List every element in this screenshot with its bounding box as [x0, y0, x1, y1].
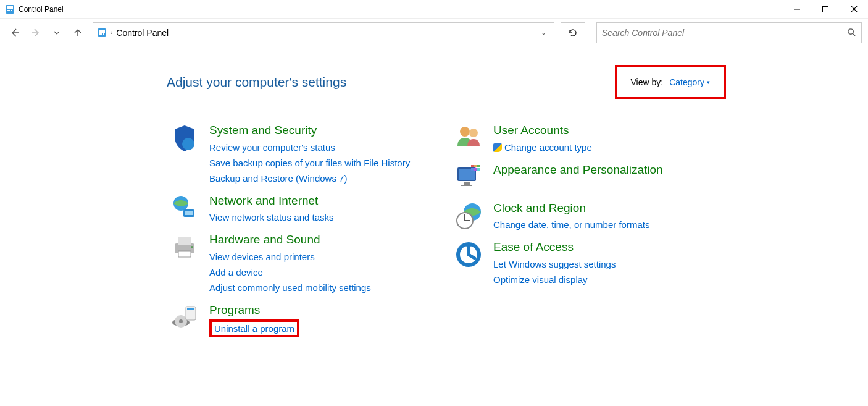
titlebar: Control Panel	[0, 0, 868, 19]
window-controls	[783, 0, 868, 19]
svg-point-28	[179, 319, 183, 323]
svg-rect-30	[187, 308, 194, 310]
search-icon[interactable]	[847, 28, 856, 37]
svg-line-17	[853, 33, 855, 36]
up-button[interactable]	[69, 24, 86, 41]
category-title[interactable]: Network and Internet	[209, 193, 334, 209]
category-link[interactable]: Change date, time, or number formats	[493, 218, 649, 231]
svg-rect-40	[471, 168, 474, 171]
refresh-button[interactable]	[561, 22, 585, 43]
content-header: Adjust your computer's settings View by:…	[0, 65, 868, 123]
shield-icon	[170, 123, 199, 153]
nav-toolbar: › Control Panel ⌄	[0, 19, 868, 46]
address-text: Control Panel	[116, 28, 169, 38]
chevron-down-icon: ▾	[707, 79, 710, 85]
svg-rect-3	[9, 10, 10, 11]
svg-point-32	[469, 129, 478, 137]
close-button[interactable]	[840, 0, 868, 19]
svg-rect-42	[477, 168, 480, 171]
right-column: User Accounts Change account type Appear…	[454, 123, 701, 346]
svg-rect-4	[11, 10, 12, 11]
category-link[interactable]: View network status and tasks	[209, 211, 334, 224]
svg-point-18	[182, 138, 194, 150]
category-title[interactable]: Programs	[209, 303, 299, 318]
search-input[interactable]	[602, 28, 847, 38]
svg-rect-12	[99, 30, 105, 33]
ease-of-access-icon	[454, 240, 483, 269]
svg-rect-37	[471, 165, 474, 167]
left-column: System and Security Review your computer…	[170, 123, 417, 346]
category-system-and-security: System and Security Review your computer…	[170, 123, 417, 185]
address-icon	[97, 28, 107, 38]
maximize-button[interactable]	[811, 0, 840, 19]
category-title[interactable]: System and Security	[209, 123, 410, 138]
svg-rect-36	[461, 185, 472, 186]
category-user-accounts: User Accounts Change account type	[454, 123, 701, 154]
svg-rect-2	[7, 10, 9, 11]
category-link[interactable]: Change account type	[493, 141, 592, 154]
category-link[interactable]: View devices and printers	[209, 250, 371, 263]
svg-rect-39	[477, 165, 480, 167]
category-title[interactable]: Ease of Access	[493, 240, 616, 255]
address-dropdown[interactable]: ⌄	[537, 28, 550, 36]
category-link[interactable]: Add a device	[209, 266, 371, 279]
category-programs: Programs Uninstall a program	[170, 303, 417, 337]
minimize-button[interactable]	[783, 0, 811, 19]
category-appearance-and-personalization: Appearance and Personalization	[454, 163, 701, 192]
svg-point-31	[460, 127, 470, 137]
globe-network-icon	[170, 193, 199, 223]
users-icon	[454, 123, 483, 153]
svg-rect-15	[103, 33, 104, 35]
search-box[interactable]	[596, 22, 862, 43]
category-link[interactable]: Backup and Restore (Windows 7)	[209, 172, 410, 185]
category-link[interactable]: Optimize visual display	[493, 273, 616, 286]
svg-rect-23	[178, 237, 191, 245]
recent-dropdown[interactable]	[48, 24, 65, 41]
category-title[interactable]: Hardware and Sound	[209, 232, 371, 248]
category-ease-of-access: Ease of Access Let Windows suggest setti…	[454, 240, 701, 286]
programs-icon	[170, 303, 199, 332]
category-link[interactable]: Review your computer's status	[209, 141, 410, 154]
category-link[interactable]: Adjust commonly used mobility settings	[209, 281, 371, 294]
category-network-and-internet: Network and Internet View network status…	[170, 193, 417, 224]
window-title: Control Panel	[19, 5, 64, 14]
svg-rect-13	[99, 33, 101, 35]
svg-point-16	[848, 29, 853, 34]
app-icon	[5, 4, 15, 14]
svg-rect-1	[7, 6, 13, 9]
monitor-icon	[454, 163, 483, 192]
forward-button[interactable]	[27, 24, 44, 41]
uninstall-program-link[interactable]: Uninstall a program	[214, 322, 294, 335]
category-clock-and-region: Clock and Region Change date, time, or n…	[454, 201, 701, 232]
svg-rect-21	[185, 211, 193, 215]
svg-rect-38	[474, 165, 477, 167]
printer-icon	[170, 232, 199, 262]
svg-rect-6	[823, 6, 828, 12]
svg-rect-35	[464, 182, 470, 185]
category-title[interactable]: Clock and Region	[493, 201, 649, 216]
category-title[interactable]: Appearance and Personalization	[493, 163, 663, 178]
category-title[interactable]: User Accounts	[493, 123, 592, 138]
view-by-value: Category	[669, 77, 704, 87]
view-by-dropdown[interactable]: Category ▾	[669, 77, 710, 87]
category-hardware-and-sound: Hardware and Sound View devices and prin…	[170, 232, 417, 294]
svg-rect-41	[474, 168, 477, 171]
svg-point-25	[191, 246, 193, 248]
view-by-label: View by:	[631, 77, 664, 87]
svg-rect-24	[178, 251, 191, 257]
category-columns: System and Security Review your computer…	[0, 123, 868, 346]
chevron-right-icon: ›	[111, 29, 112, 36]
uninstall-highlight: Uninstall a program	[209, 319, 299, 337]
page-title: Adjust your computer's settings	[167, 75, 346, 90]
category-link[interactable]: Let Windows suggest settings	[493, 258, 616, 271]
address-bar[interactable]: › Control Panel ⌄	[93, 22, 554, 43]
category-link[interactable]: Save backup copies of your files with Fi…	[209, 156, 410, 169]
svg-rect-14	[101, 33, 102, 35]
clock-globe-icon	[454, 201, 483, 230]
view-by-highlight: View by: Category ▾	[615, 65, 726, 99]
back-button[interactable]	[6, 24, 23, 41]
content-area: Adjust your computer's settings View by:…	[0, 46, 868, 346]
